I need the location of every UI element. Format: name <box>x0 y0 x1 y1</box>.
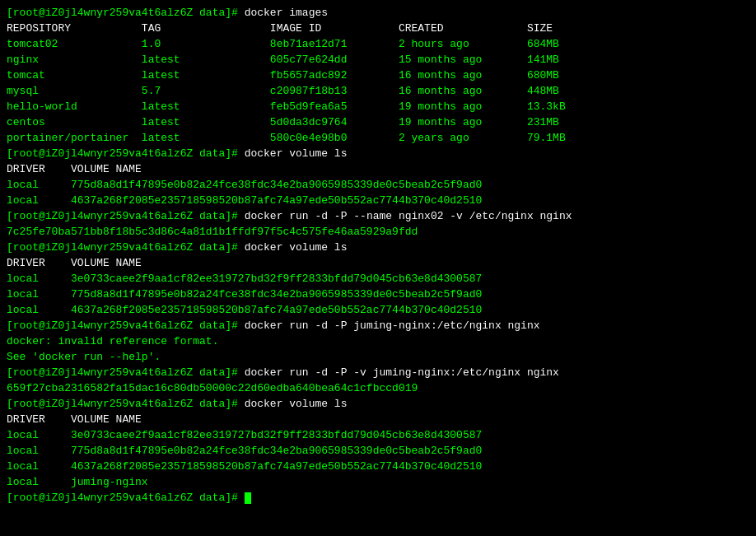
terminal-line: nginx latest 605c77e624dd 15 months ago … <box>7 52 749 68</box>
terminal-line: REPOSITORY TAG IMAGE ID CREATED SIZE <box>7 21 749 36</box>
terminal-line: docker: invalid reference format. <box>7 333 749 349</box>
terminal-line: local 775d8a8d1f47895e0b82a24fce38fdc34e… <box>7 287 749 302</box>
cursor <box>245 492 251 504</box>
command: docker run -d -P juming-nginx:/etc/nginx… <box>245 319 540 332</box>
terminal-line: local 775d8a8d1f47895e0b82a24fce38fdc34e… <box>7 177 749 193</box>
command: docker run -d -P --name nginx02 -v /etc/… <box>245 210 572 222</box>
terminal-line: [root@iZ0jl4wnyr259va4t6alz6Z data]# doc… <box>7 365 749 380</box>
terminal-window[interactable]: [root@iZ0jl4wnyr259va4t6alz6Z data]# doc… <box>0 0 756 536</box>
command: docker run -d -P -v juming-nginx:/etc/ng… <box>245 366 559 379</box>
terminal-line: centos latest 5d0da3dc9764 19 months ago… <box>7 114 749 130</box>
terminal-line: local 775d8a8d1f47895e0b82a24fce38fdc34e… <box>7 443 749 459</box>
terminal-line: local 3e0733caee2f9aa1cf82ee319727bd32f9… <box>7 271 749 287</box>
terminal-line: portainer/portainer latest 580c0e4e98b0 … <box>7 130 749 146</box>
terminal-line: [root@iZ0jl4wnyr259va4t6alz6Z data]# doc… <box>7 318 749 333</box>
prompt: [root@iZ0jl4wnyr259va4t6alz6Z data]# <box>7 210 245 222</box>
command: docker images <box>245 7 328 19</box>
terminal-line: hello-world latest feb5d9fea6a5 19 month… <box>7 99 749 114</box>
terminal-line: mysql 5.7 c20987f18b13 16 months ago 448… <box>7 83 749 99</box>
terminal-line: 659f27cba2316582fa15dac16c80db50000c22d6… <box>7 380 749 396</box>
terminal-line: DRIVER VOLUME NAME <box>7 412 749 427</box>
terminal-line: tomcat02 1.0 8eb71ae12d71 2 hours ago 68… <box>7 36 749 52</box>
terminal-line: DRIVER VOLUME NAME <box>7 161 749 177</box>
terminal-line: [root@iZ0jl4wnyr259va4t6alz6Z data]# doc… <box>7 5 749 21</box>
prompt: [root@iZ0jl4wnyr259va4t6alz6Z data]# <box>7 147 245 160</box>
command: docker volume ls <box>245 398 348 410</box>
terminal-line: local 3e0733caee2f9aa1cf82ee319727bd32f9… <box>7 427 749 443</box>
terminal-line: DRIVER VOLUME NAME <box>7 255 749 271</box>
terminal-line: local 4637a268f2085e235718598520b87afc74… <box>7 193 749 208</box>
terminal-line: [root@iZ0jl4wnyr259va4t6alz6Z data]# doc… <box>7 240 749 255</box>
command: docker volume ls <box>245 241 348 254</box>
command: docker volume ls <box>245 147 348 160</box>
terminal-line: [root@iZ0jl4wnyr259va4t6alz6Z data]# doc… <box>7 146 749 161</box>
prompt: [root@iZ0jl4wnyr259va4t6alz6Z data]# <box>7 492 245 504</box>
prompt: [root@iZ0jl4wnyr259va4t6alz6Z data]# <box>7 7 245 19</box>
prompt: [root@iZ0jl4wnyr259va4t6alz6Z data]# <box>7 241 245 254</box>
terminal-line: 7c25fe70ba571bb8f18b5c3d86c4a81d1b1ffdf9… <box>7 224 749 240</box>
terminal-line: [root@iZ0jl4wnyr259va4t6alz6Z data]# doc… <box>7 208 749 224</box>
terminal-line: [root@iZ0jl4wnyr259va4t6alz6Z data]# doc… <box>7 396 749 412</box>
terminal-line: tomcat latest fb5657adc892 16 months ago… <box>7 68 749 83</box>
prompt: [root@iZ0jl4wnyr259va4t6alz6Z data]# <box>7 398 245 410</box>
terminal-line: See 'docker run --help'. <box>7 349 749 365</box>
prompt: [root@iZ0jl4wnyr259va4t6alz6Z data]# <box>7 319 245 332</box>
terminal-line: [root@iZ0jl4wnyr259va4t6alz6Z data]# <box>7 490 749 506</box>
terminal-line: local juming-nginx <box>7 474 749 490</box>
terminal-line: local 4637a268f2085e235718598520b87afc74… <box>7 459 749 474</box>
prompt: [root@iZ0jl4wnyr259va4t6alz6Z data]# <box>7 366 245 379</box>
terminal-line: local 4637a268f2085e235718598520b87afc74… <box>7 302 749 318</box>
